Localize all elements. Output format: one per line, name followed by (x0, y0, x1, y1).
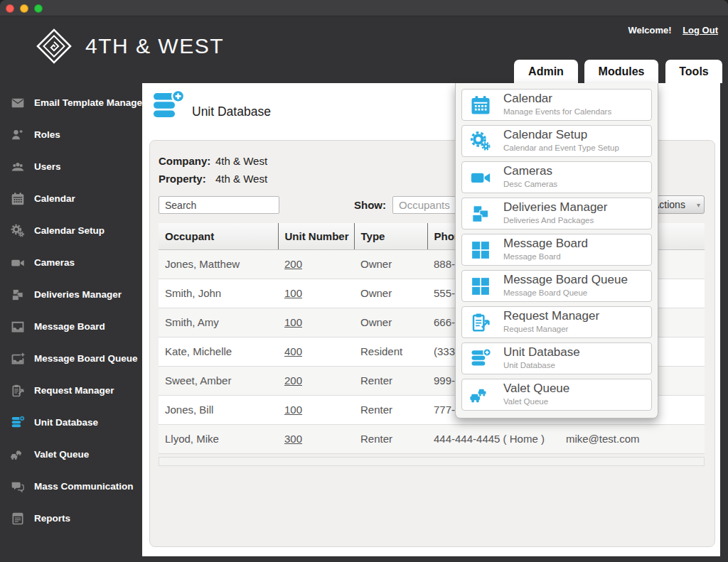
sidebar-item-email-template-manager[interactable]: Email Template Manager (0, 87, 142, 119)
unit-number-link[interactable]: 300 (284, 433, 302, 445)
user-plus-icon (11, 128, 25, 142)
unit-number-link[interactable]: 100 (284, 316, 302, 328)
type-cell: Owner (354, 249, 427, 279)
menu-item-title: Calendar Setup (503, 128, 587, 142)
tab-tools[interactable]: Tools (665, 60, 722, 83)
envelope-icon (11, 96, 25, 110)
unit-number-link[interactable]: 400 (284, 345, 302, 357)
occupant-cell: Jones, Matthew (159, 249, 278, 279)
modules-menu-item-calendar[interactable]: Calendar Manage Events for Calendars (461, 89, 652, 121)
packages-icon (470, 203, 491, 225)
sidebar-item-reports[interactable]: Reports (0, 502, 142, 534)
search-input[interactable] (159, 196, 279, 214)
unit-cell: 200 (278, 249, 354, 279)
sidebar-item-cameras[interactable]: Cameras (0, 247, 142, 279)
sidebar-item-deliveries-manager[interactable]: Deliveries Manager (0, 279, 142, 310)
email-text: mike@test.com (566, 433, 640, 445)
welcome-row: Welcome! Log Out (628, 25, 718, 36)
modules-menu-item-unit-database[interactable]: Unit Database Unit Database (461, 342, 652, 374)
sidebar-item-users[interactable]: Users (0, 151, 142, 183)
sidebar-item-label: Message Board (34, 321, 105, 332)
tab-admin[interactable]: Admin (514, 60, 578, 83)
occupant-cell: Sweet, Amber (159, 366, 278, 395)
window-minimize-button[interactable] (20, 4, 28, 13)
sidebar-item-unit-database[interactable]: Unit Database (0, 406, 142, 438)
type-cell: Resident (354, 337, 427, 366)
sidebar: Email Template Manager Roles Users Calen… (0, 83, 142, 562)
table-row: Llyod, Mike 300 Renter 444-444-4445 ( Ho… (159, 424, 705, 453)
cars-icon (470, 384, 491, 406)
show-label: Show: (346, 199, 386, 211)
sidebar-item-message-board[interactable]: Message Board (0, 310, 142, 342)
tab-modules[interactable]: Modules (584, 60, 658, 83)
unit-number-link[interactable]: 100 (284, 404, 302, 416)
menu-item-subtitle: Desc Cameras (503, 180, 557, 188)
sidebar-item-label: Request Manager (34, 385, 114, 396)
sidebar-item-calendar-setup[interactable]: Calendar Setup (0, 215, 142, 247)
window-controls (6, 4, 43, 13)
unit-number-link[interactable]: 200 (284, 374, 302, 387)
table-footer (159, 457, 705, 466)
inbox-icon (11, 320, 25, 334)
unit-cell: 200 (278, 366, 354, 395)
modules-dropdown-menu: Calendar Manage Events for Calendars Cal… (455, 83, 658, 418)
occupant-cell: Jones, Bill (159, 395, 278, 424)
sidebar-item-mass-communication[interactable]: Mass Communication (0, 470, 142, 502)
sidebar-item-label: Deliveries Manager (34, 289, 122, 300)
occupant-cell: Smith, John (159, 279, 278, 308)
window-close-button[interactable] (6, 4, 14, 13)
column-header-unit-number: Unit Number (278, 223, 354, 249)
sidebar-item-roles[interactable]: Roles (0, 119, 142, 151)
modules-menu-item-request-manager[interactable]: Request Manager Request Manager (461, 306, 652, 338)
chevron-down-icon: ▾ (697, 201, 700, 209)
gears-icon (11, 224, 25, 238)
menu-item-subtitle: Valet Queue (503, 397, 548, 406)
unit-number-link[interactable]: 100 (284, 287, 302, 299)
menu-item-title: Message Board (503, 237, 588, 251)
sidebar-item-label: Cameras (34, 257, 75, 268)
logout-link[interactable]: Log Out (682, 25, 718, 36)
inbox-plus-icon (11, 352, 25, 366)
property-label: Property: (159, 173, 206, 185)
sidebar-item-request-manager[interactable]: Request Manager (0, 374, 142, 406)
modules-menu-item-message-board[interactable]: Message Board Message Board (461, 234, 652, 266)
modules-menu-item-cameras[interactable]: Cameras Desc Cameras (461, 161, 652, 193)
database-plus-icon (470, 348, 491, 369)
unit-cell: 100 (278, 308, 354, 337)
sidebar-item-calendar[interactable]: Calendar (0, 183, 142, 215)
modules-menu-item-calendar-setup[interactable]: Calendar Setup Calendar and Event Type S… (461, 125, 652, 157)
occupant-cell: Kate, Michelle (159, 337, 278, 366)
occupant-cell: Llyod, Mike (159, 424, 278, 453)
video-camera-icon (470, 167, 491, 188)
report-icon (11, 512, 25, 526)
sidebar-item-message-board-queue[interactable]: Message Board Queue (0, 342, 142, 374)
brand-logo-icon (36, 28, 73, 65)
column-header-occupant: Occupant (159, 223, 278, 249)
occupant-cell: Smith, Amy (159, 308, 278, 337)
clipboard-icon (11, 384, 25, 398)
window-zoom-button[interactable] (34, 4, 43, 13)
modules-menu-item-message-board-queue[interactable]: Message Board Queue Message Board Queue (461, 270, 652, 302)
modules-menu-item-deliveries-manager[interactable]: Deliveries Manager Deliveries And Packag… (461, 198, 652, 229)
top-tabs: AdminModulesTools (514, 60, 722, 83)
type-cell: Renter (354, 395, 427, 424)
menu-item-subtitle: Message Board (503, 252, 561, 261)
menu-item-subtitle: Calendar and Event Type Setup (503, 144, 619, 152)
phone-cell: 444-444-4445 ( Home )mike@test.com (427, 424, 705, 453)
sidebar-item-label: Calendar (34, 193, 75, 204)
menu-item-title: Deliveries Manager (503, 200, 607, 215)
property-value: 4th & West (215, 173, 267, 185)
unit-cell: 100 (278, 395, 354, 424)
sidebar-item-label: Users (34, 161, 61, 172)
modules-menu-item-valet-queue[interactable]: Valet Queue Valet Queue (461, 379, 652, 411)
menu-item-subtitle: Request Manager (503, 325, 568, 333)
menu-item-subtitle: Manage Events for Calendars (503, 107, 611, 116)
unit-cell: 100 (278, 279, 354, 308)
unit-cell: 400 (278, 337, 354, 366)
sidebar-item-label: Unit Database (34, 417, 98, 428)
menu-item-title: Message Board Queue (503, 273, 628, 287)
clipboard-icon (470, 312, 491, 333)
app-header: 4TH & WEST Welcome! Log Out AdminModules… (0, 16, 728, 83)
sidebar-item-valet-queue[interactable]: Valet Queue (0, 438, 142, 470)
unit-number-link[interactable]: 200 (284, 258, 302, 270)
